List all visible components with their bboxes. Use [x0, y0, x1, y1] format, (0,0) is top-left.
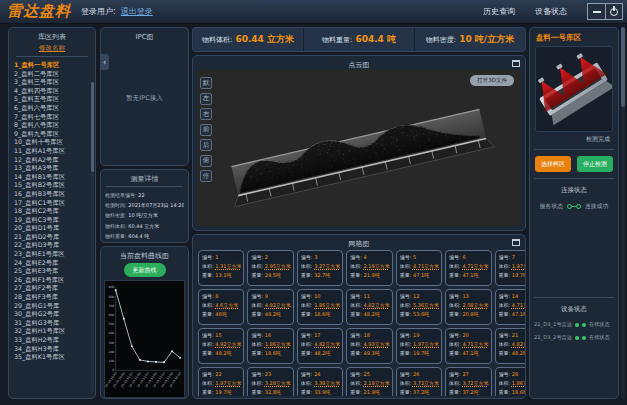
- grid-cell[interactable]: 编号: 20体积: 4.71立方米重量: 47.1吨: [445, 328, 491, 364]
- sidebar-item[interactable]: 5_盘料五号库区: [14, 95, 93, 104]
- collapse-panel-button[interactable]: ‹: [100, 54, 109, 70]
- maximize-icon[interactable]: [512, 239, 520, 246]
- sidebar-item[interactable]: 4_盘料四号库区: [14, 87, 93, 96]
- sidebar-item[interactable]: 22_盘料D3号库: [14, 241, 93, 250]
- sidebar-item[interactable]: 9_盘料九号库区: [14, 130, 93, 139]
- sidebar-item[interactable]: 26_盘料F1号库区: [14, 276, 93, 285]
- view-button-俯[interactable]: 俯: [200, 155, 212, 167]
- sidebar-item[interactable]: 19_盘料C3号库: [14, 216, 93, 225]
- grid-cell[interactable]: 编号: 9体积: 4.92立方米重量: 49.2吨: [247, 289, 293, 325]
- grid-cell[interactable]: 编号: 2体积: 2.95立方米重量: 29.5吨: [247, 250, 293, 286]
- point-cloud-canvas[interactable]: 默左右前后俯停 打开3D文件: [197, 70, 521, 226]
- grid-cell[interactable]: 编号: 26体积: 3.72立方米重量: 37.2吨: [396, 367, 442, 396]
- grid-cell[interactable]: 编号: 11体积: 4.82立方米重量: 48.2吨: [346, 289, 392, 325]
- history-query-button[interactable]: 历史查询: [483, 6, 515, 17]
- cell-id-row: 编号: 1: [202, 253, 241, 262]
- sidebar-item[interactable]: 28_盘料F3号库: [14, 293, 93, 302]
- page-scrollbar[interactable]: [621, 27, 625, 399]
- grid-cell[interactable]: 编号: 18体积: 4.93立方米重量: 49.3吨: [346, 328, 392, 364]
- sidebar-item[interactable]: 6_盘料六号库区: [14, 104, 93, 113]
- grid-cell[interactable]: 编号: 24体积: 3.39立方米重量: 33.9吨: [297, 367, 343, 396]
- grid-cell[interactable]: 编号: 14体积: 4.71立方米重量: 47.1吨: [495, 289, 525, 325]
- sidebar-item[interactable]: 16_盘料B3号库区: [14, 190, 93, 199]
- sidebar-item[interactable]: 3_盘料三号库区: [14, 78, 93, 87]
- sidebar-item[interactable]: 34_盘料H3号库: [14, 345, 93, 354]
- sidebar-item[interactable]: 7_盘料七号库区: [14, 113, 93, 122]
- sidebar-item[interactable]: 17_盘料C1号库区: [14, 199, 93, 208]
- grid-cell[interactable]: 编号: 28体积: 1.86立方米重量: 18.6吨: [495, 367, 525, 396]
- view-button-左[interactable]: 左: [200, 93, 212, 105]
- radar-model-image: [535, 46, 613, 132]
- sidebar-scrollbar[interactable]: [91, 82, 94, 392]
- grid-cell[interactable]: 编号: 15体积: 4.92立方米重量: 49.2吨: [198, 328, 244, 364]
- grid-cell[interactable]: 编号: 25体积: 2.19立方米重量: 21.9吨: [346, 367, 392, 396]
- divider: [534, 297, 614, 298]
- sidebar-item[interactable]: 10_盘料十号库区: [14, 138, 93, 147]
- update-curve-button[interactable]: 更新曲线: [124, 263, 166, 277]
- sidebar-item[interactable]: 35_盘料K1号库区: [14, 353, 93, 362]
- sidebar-item[interactable]: 18_盘料C2号库: [14, 207, 93, 216]
- curve-point: [171, 350, 173, 352]
- sidebar-item[interactable]: 33_盘料H2号库: [14, 336, 93, 345]
- device-status-button[interactable]: 设备状态: [535, 6, 567, 17]
- cell-id-row: 编号: 5: [400, 253, 439, 262]
- grid-cell[interactable]: 编号: 23体积: 3.28立方米重量: 32.8吨: [247, 367, 293, 396]
- view-button-默[interactable]: 默: [200, 77, 212, 89]
- curve-title: 当前盘料曲线图: [101, 247, 188, 261]
- stop-detect-button[interactable]: 停止检测: [577, 156, 613, 172]
- grid-cell[interactable]: 编号: 12体积: 5.36立方米重量: 53.6吨: [396, 289, 442, 325]
- sidebar-item[interactable]: 20_盘料D1号库: [14, 224, 93, 233]
- sidebar-item[interactable]: 27_盘料F2号库: [14, 284, 93, 293]
- page-scroll-thumb[interactable]: [621, 27, 625, 107]
- sidebar-item[interactable]: 30_盘料G2号库: [14, 310, 93, 319]
- grid-cell[interactable]: 编号: 7体积: 1.97立方米重量: 19.7吨: [495, 250, 525, 286]
- sidebar-item[interactable]: 12_盘料A2号库: [14, 156, 93, 165]
- sidebar-scroll-thumb[interactable]: [91, 82, 94, 172]
- select-area-button[interactable]: 选择料区: [535, 156, 571, 172]
- power-button[interactable]: [605, 4, 622, 19]
- grid-cell[interactable]: 编号: 17体积: 4.82立方米重量: 48.2吨: [297, 328, 343, 364]
- sidebar-item[interactable]: 23_盘料E1号库区: [14, 250, 93, 259]
- logout-link[interactable]: 退出登录: [121, 6, 153, 17]
- cell-weight-row: 重量: 18.6吨: [301, 310, 340, 319]
- sidebar-item[interactable]: 2_盘料二号库区: [14, 70, 93, 79]
- grid-cell[interactable]: 编号: 5体积: 4.71立方米重量: 47.1吨: [396, 250, 442, 286]
- grid-cell[interactable]: 编号: 4体积: 2.19立方米重量: 21.9吨: [346, 250, 392, 286]
- sidebar-item[interactable]: 25_盘料E3号库: [14, 267, 93, 276]
- sidebar-item[interactable]: 11_盘料A1号库区: [14, 147, 93, 156]
- view-button-停[interactable]: 停: [200, 170, 212, 182]
- cell-volume-row: 体积: 4.92立方米: [202, 340, 241, 349]
- sidebar-item[interactable]: 29_盘料G1号库: [14, 302, 93, 311]
- view-button-后[interactable]: 后: [200, 139, 212, 151]
- maximize-icon[interactable]: [512, 60, 520, 67]
- sidebar-item[interactable]: 21_盘料D2号库: [14, 233, 93, 242]
- minimize-button[interactable]: [588, 4, 605, 19]
- view-button-前[interactable]: 前: [200, 124, 212, 136]
- rename-link[interactable]: 修改名称: [9, 44, 95, 53]
- divider: [16, 56, 88, 57]
- sidebar-item[interactable]: 24_盘料E2号库: [14, 259, 93, 268]
- sidebar-item[interactable]: 32_盘料H1号库区: [14, 327, 93, 336]
- grid-cell[interactable]: 编号: 13体积: 2.08立方米重量: 20.8吨: [445, 289, 491, 325]
- sidebar-item[interactable]: 15_盘料B2号库区: [14, 181, 93, 190]
- grid-cell[interactable]: 编号: 27体积: 3.72立方米重量: 37.2吨: [445, 367, 491, 396]
- grid-cell[interactable]: 编号: 16体积: 1.86立方米重量: 18.6吨: [247, 328, 293, 364]
- grid-cell[interactable]: 编号: 8体积: 4.6立方米重量: 46吨: [198, 289, 244, 325]
- open-3d-file-button[interactable]: 打开3D文件: [470, 75, 514, 86]
- sidebar-item[interactable]: 14_盘料B1号库区: [14, 173, 93, 182]
- cell-id-row: 编号: 14: [499, 292, 525, 301]
- selected-area-panel: 盘料一号库区: [529, 27, 619, 399]
- grid-cell[interactable]: 编号: 3体积: 3.27立方米重量: 32.7吨: [297, 250, 343, 286]
- curve-point: [131, 345, 133, 347]
- sidebar-item[interactable]: 13_盘料A3号库: [14, 164, 93, 173]
- grid-cell[interactable]: 编号: 6体积: 4.71立方米重量: 47.1吨: [445, 250, 491, 286]
- grid-cell[interactable]: 编号: 10体积: 1.86立方米重量: 18.6吨: [297, 289, 343, 325]
- grid-cell[interactable]: 编号: 19体积: 1.97立方米重量: 19.7吨: [396, 328, 442, 364]
- grid-cell[interactable]: 编号: 21体积: 4.82立方米重量: 48.2吨: [495, 328, 525, 364]
- sidebar-item[interactable]: 8_盘料八号库区: [14, 121, 93, 130]
- grid-cell[interactable]: 编号: 1体积: 1.31立方米重量: 13.1吨: [198, 250, 244, 286]
- view-button-右[interactable]: 右: [200, 108, 212, 120]
- grid-cell[interactable]: 编号: 22体积: 1.97立方米重量: 19.7吨: [198, 367, 244, 396]
- sidebar-item[interactable]: 1_盘料一号库区: [14, 61, 93, 70]
- sidebar-item[interactable]: 31_盘料G3号库: [14, 319, 93, 328]
